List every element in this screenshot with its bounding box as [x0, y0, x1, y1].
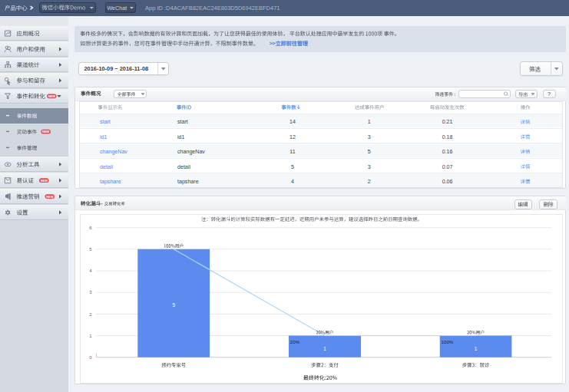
svg-text:0.06: 0.06 [442, 179, 453, 185]
svg-text:tapshare: tapshare [177, 179, 199, 185]
svg-text:start: start [100, 119, 111, 125]
svg-text:20%: 20% [290, 339, 300, 344]
svg-text:id1: id1 [177, 134, 185, 140]
svg-text:0.07: 0.07 [442, 164, 453, 170]
svg-text:0.18: 0.18 [442, 134, 453, 140]
svg-text:changeNav: changeNav [177, 149, 205, 155]
svg-text:1: 1 [323, 346, 326, 351]
svg-text:5: 5 [368, 149, 371, 155]
svg-text:1: 1 [475, 346, 478, 351]
svg-text:0: 0 [89, 355, 92, 360]
svg-text:3: 3 [368, 164, 371, 170]
svg-text:NEW: NEW [41, 179, 48, 183]
svg-text:detail: detail [177, 164, 190, 170]
svg-text:3: 3 [368, 134, 371, 140]
svg-text:2: 2 [89, 312, 92, 317]
svg-text:tapshare: tapshare [100, 179, 121, 185]
svg-text:14: 14 [289, 119, 296, 125]
svg-text:0.16: 0.16 [442, 149, 453, 155]
svg-text:1: 1 [368, 119, 371, 125]
svg-text:100%: 100% [442, 339, 454, 344]
svg-text:5: 5 [172, 302, 175, 308]
svg-text:0.21: 0.21 [442, 119, 453, 125]
svg-text:4: 4 [291, 179, 294, 185]
svg-text:start: start [177, 119, 188, 125]
svg-text:12: 12 [289, 134, 296, 140]
svg-text:NEW: NEW [42, 130, 50, 133]
svg-text:2: 2 [368, 179, 371, 185]
svg-text:1: 1 [89, 334, 92, 338]
svg-text:5: 5 [291, 164, 294, 170]
svg-text:WeChat: WeChat [107, 5, 127, 12]
svg-text:App ID :D4ACAFB82EAC24E803D5D6: App ID :D4ACAFB82EAC24E803D5D6942EBFD471 [145, 5, 280, 12]
svg-text:detail: detail [100, 164, 113, 170]
svg-text:5: 5 [89, 247, 92, 252]
svg-text:NEW: NEW [46, 195, 54, 199]
svg-text:NEW: NEW [48, 94, 56, 98]
svg-text:11: 11 [289, 149, 295, 155]
svg-text:changeNav: changeNav [100, 149, 127, 155]
svg-text:id1: id1 [100, 134, 108, 140]
svg-text:2016-10-09 ~ 2016-11-08: 2016-10-09 ~ 2016-11-08 [84, 65, 149, 72]
svg-text:6: 6 [89, 226, 92, 230]
svg-text:4: 4 [89, 268, 92, 273]
svg-text:3: 3 [89, 290, 92, 295]
svg-text:?: ? [547, 91, 551, 97]
